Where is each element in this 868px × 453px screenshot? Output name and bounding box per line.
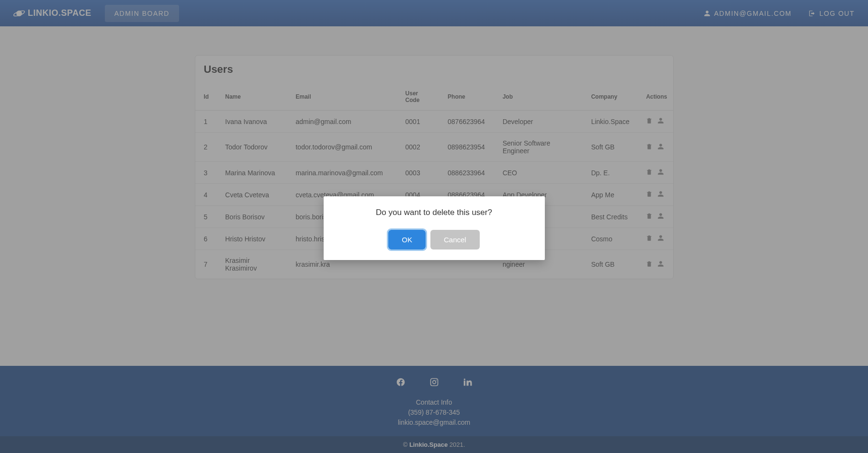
ok-button[interactable]: OK bbox=[388, 230, 426, 249]
cancel-button[interactable]: Cancel bbox=[430, 230, 480, 249]
modal-overlay: Do you want to delete this user? OK Canc… bbox=[0, 0, 868, 453]
confirm-delete-modal: Do you want to delete this user? OK Canc… bbox=[324, 196, 545, 260]
modal-message: Do you want to delete this user? bbox=[335, 208, 533, 217]
